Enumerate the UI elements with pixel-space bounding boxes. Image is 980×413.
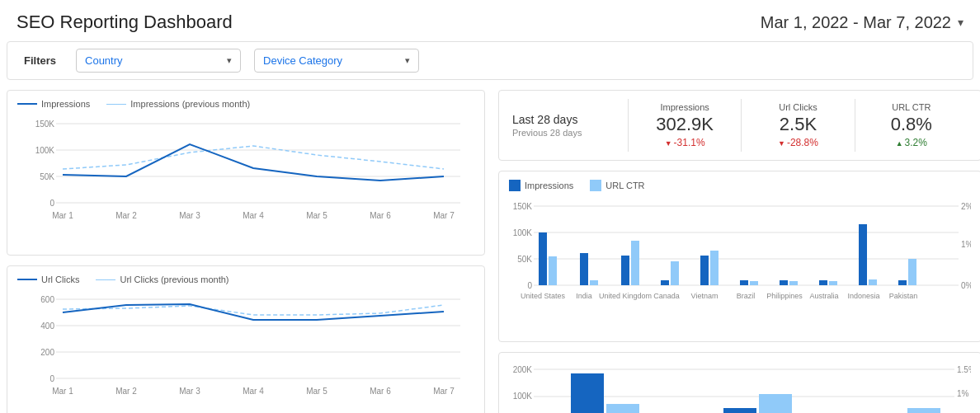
svg-text:Indonesia: Indonesia xyxy=(847,292,879,300)
impressions-down-icon xyxy=(665,137,674,148)
device-filter[interactable]: Device Category ▾ xyxy=(254,49,419,73)
url-clicks-legend: Url Clicks Url Clicks (previous month) xyxy=(17,275,474,284)
url-clicks-prev-legend-label: Url Clicks (previous month) xyxy=(120,275,229,284)
url-ctr-bar-icon xyxy=(590,180,601,191)
url-clicks-down-icon xyxy=(778,137,787,148)
impressions-prev-line-icon xyxy=(106,104,126,105)
url-clicks-line-icon xyxy=(17,279,37,280)
country-legend: Impressions URL CTR xyxy=(509,180,971,191)
svg-text:Canada: Canada xyxy=(653,292,680,300)
svg-text:Mar 1: Mar 1 xyxy=(52,387,73,396)
chevron-down-icon: ▾ xyxy=(958,16,964,29)
impressions-legend-label: Impressions xyxy=(41,99,90,109)
url-ctr-up-icon xyxy=(896,137,905,148)
url-ctr-stat-value: 0.8% xyxy=(869,114,954,135)
bar-brazil-ctr xyxy=(750,281,758,285)
bar-vietnam-ctr xyxy=(710,251,719,285)
legend-url-clicks: Url Clicks xyxy=(17,275,79,284)
svg-text:Mar 4: Mar 4 xyxy=(243,211,264,220)
svg-text:150K: 150K xyxy=(35,120,55,129)
right-panel: Last 28 days Previous 28 days Impression… xyxy=(485,90,980,413)
svg-text:Mar 3: Mar 3 xyxy=(179,211,200,220)
svg-text:100K: 100K xyxy=(513,228,533,237)
country-filter-label: Country xyxy=(85,54,123,67)
legend-url-clicks-prev: Url Clicks (previous month) xyxy=(96,275,229,284)
bar-pakistan-ctr xyxy=(908,259,916,285)
page-title: SEO Reporting Dashboard xyxy=(16,12,233,33)
bar-tablet-ctr xyxy=(907,408,940,413)
svg-text:0%: 0% xyxy=(961,281,971,290)
bar-indonesia-impressions xyxy=(859,224,867,285)
svg-text:0: 0 xyxy=(49,374,54,383)
device-svg: 200K 100K 0 1.5% 1% 0.5% 0% DESKTOP xyxy=(509,361,971,413)
svg-text:50K: 50K xyxy=(40,172,54,181)
svg-text:Vietnam: Vietnam xyxy=(691,292,719,300)
stats-period: Last 28 days Previous 28 days xyxy=(512,113,628,138)
bar-us-ctr xyxy=(549,256,557,285)
impressions-legend: Impressions Impressions (previous month) xyxy=(17,99,474,109)
svg-text:Mar 2: Mar 2 xyxy=(115,211,137,220)
svg-text:1%: 1% xyxy=(957,389,969,398)
svg-text:Mar 6: Mar 6 xyxy=(370,211,391,220)
svg-text:Pakistan: Pakistan xyxy=(889,292,918,300)
impressions-line-icon xyxy=(17,103,37,105)
legend-impressions: Impressions xyxy=(17,99,90,109)
bar-canada-ctr xyxy=(671,261,679,285)
url-clicks-chart: Url Clicks Url Clicks (previous month) 6… xyxy=(7,265,485,413)
bar-philippines-impressions xyxy=(780,280,788,285)
country-svg: 150K 100K 50K 0 2% 1% 0% xyxy=(509,198,971,334)
bar-australia-ctr xyxy=(829,281,837,285)
device-chart: 200K 100K 0 1.5% 1% 0.5% 0% DESKTOP xyxy=(498,352,980,413)
device-chevron-icon: ▾ xyxy=(405,55,410,66)
svg-text:2%: 2% xyxy=(961,202,971,211)
stats-period-main: Last 28 days xyxy=(512,113,628,126)
country-filter[interactable]: Country ▾ xyxy=(76,49,241,73)
bar-uk-impressions xyxy=(621,256,629,285)
impressions-svg: 150K 100K 50K 0 Mar 1 Mar 2 Mar 3 Mar 4 … xyxy=(17,115,474,247)
bar-pakistan-impressions xyxy=(898,280,907,285)
date-range-text: Mar 1, 2022 - Mar 7, 2022 xyxy=(761,13,951,32)
url-clicks-stat-change: -28.8% xyxy=(755,137,841,148)
legend-impressions-bar: Impressions xyxy=(509,180,573,191)
url-clicks-stat-label: Url Clicks xyxy=(755,102,841,112)
svg-text:0: 0 xyxy=(49,199,54,208)
svg-text:Mar 3: Mar 3 xyxy=(179,387,200,396)
svg-text:600: 600 xyxy=(40,295,54,304)
impressions-stat: Impressions 302.9K -31.1% xyxy=(628,99,741,152)
svg-text:50K: 50K xyxy=(517,255,532,264)
svg-text:United Kingdom: United Kingdom xyxy=(599,292,652,300)
bar-canada-impressions xyxy=(661,280,669,285)
bar-us-impressions xyxy=(539,232,547,285)
bar-mobile-ctr xyxy=(759,394,792,413)
bar-brazil-impressions xyxy=(740,280,748,285)
svg-text:Brazil: Brazil xyxy=(737,292,756,300)
url-clicks-stat-value: 2.5K xyxy=(755,114,841,135)
bar-australia-impressions xyxy=(819,280,827,285)
date-range[interactable]: Mar 1, 2022 - Mar 7, 2022 ▾ xyxy=(761,13,964,32)
svg-text:Mar 7: Mar 7 xyxy=(433,211,455,220)
bar-india-impressions xyxy=(580,253,588,285)
stats-period-sub: Previous 28 days xyxy=(512,128,628,138)
svg-text:1%: 1% xyxy=(961,240,971,249)
svg-text:1.5%: 1.5% xyxy=(957,365,971,374)
main-content: Impressions Impressions (previous month)… xyxy=(0,90,980,413)
svg-text:Mar 5: Mar 5 xyxy=(306,211,327,220)
impressions-bar-icon xyxy=(509,180,521,191)
filters-label: Filters xyxy=(24,54,56,67)
country-chevron-icon: ▾ xyxy=(227,55,232,66)
left-panel: Impressions Impressions (previous month)… xyxy=(7,90,485,413)
bar-indonesia-ctr xyxy=(869,279,877,285)
url-ctr-stat: URL CTR 0.8% 3.2% xyxy=(855,99,968,152)
bar-philippines-ctr xyxy=(789,281,798,285)
impressions-stat-label: Impressions xyxy=(642,102,728,112)
url-clicks-svg: 600 400 200 0 Mar 1 Mar 2 Mar 3 Mar 4 Ma… xyxy=(17,291,474,413)
svg-text:200K: 200K xyxy=(513,365,533,374)
svg-text:0: 0 xyxy=(527,281,532,290)
bar-mobile-impressions xyxy=(723,408,756,413)
impressions-stat-change: -31.1% xyxy=(642,137,728,148)
svg-text:Mar 7: Mar 7 xyxy=(433,387,455,396)
svg-text:200: 200 xyxy=(40,348,54,357)
legend-url-ctr-bar: URL CTR xyxy=(590,180,644,191)
bar-india-ctr xyxy=(590,280,598,285)
svg-text:United States: United States xyxy=(521,292,566,300)
